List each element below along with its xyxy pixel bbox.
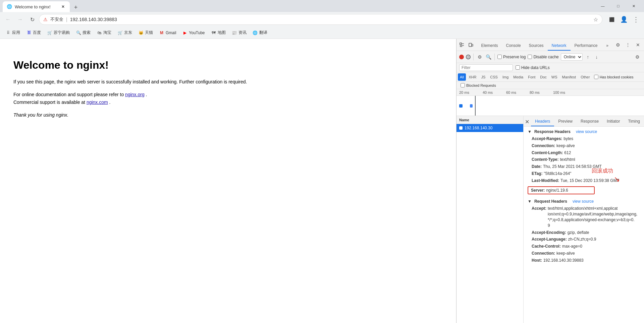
upload-button[interactable]: ↑ bbox=[585, 54, 591, 60]
type-filter-media[interactable]: Media bbox=[511, 73, 525, 81]
para2-end: . bbox=[109, 100, 111, 105]
profile-button[interactable]: 👤 bbox=[619, 14, 629, 25]
response-headers-section: ▼ Response Headers view source Accept-Ra… bbox=[528, 129, 640, 195]
header-name-accept: Accept: bbox=[532, 206, 546, 228]
details-tab-preview[interactable]: Preview bbox=[554, 117, 577, 126]
svg-rect-5 bbox=[472, 44, 473, 46]
throttle-select[interactable]: Online bbox=[561, 53, 583, 61]
has-blocked-cookies-checkbox[interactable] bbox=[594, 75, 598, 79]
bookmark-apps[interactable]: ⠿ 应用 bbox=[3, 28, 23, 38]
request-headers-section: ▼ Request Headers view source Accept: te… bbox=[528, 199, 640, 264]
details-panel: ✕ Headers Preview Response Initiator Tim… bbox=[524, 116, 644, 323]
bookmark-search[interactable]: 🔍 搜索 bbox=[73, 28, 93, 38]
header-row-connection: Connection: keep-alive bbox=[528, 142, 640, 149]
devtools-settings-area: ⚙ ⋮ ✕ bbox=[613, 40, 643, 50]
tab-more[interactable]: » bbox=[602, 41, 612, 51]
type-filter-css[interactable]: CSS bbox=[488, 73, 500, 81]
type-filter-other[interactable]: Other bbox=[579, 73, 592, 81]
type-filter-ws[interactable]: WS bbox=[549, 73, 559, 81]
filter-button[interactable]: ⚙ bbox=[476, 54, 483, 60]
devtools-close-button[interactable]: ✕ bbox=[633, 40, 643, 50]
header-row-server: Server: nginx/1.19.6 bbox=[528, 186, 595, 195]
filter-input[interactable] bbox=[459, 64, 513, 71]
details-tab-headers[interactable]: Headers bbox=[531, 117, 554, 126]
request-view-source-link[interactable]: view source bbox=[573, 199, 594, 204]
bookmark-baidu[interactable]: 百 百度 bbox=[23, 28, 44, 38]
devtools-more-button[interactable]: ⋮ bbox=[623, 40, 633, 50]
close-button[interactable]: ✕ bbox=[626, 1, 641, 11]
tab-console[interactable]: Console bbox=[502, 41, 525, 51]
maximize-button[interactable]: □ bbox=[610, 1, 626, 11]
header-row-accept-language: Accept-Language: zh-CN,zh;q=0.9 bbox=[528, 236, 640, 243]
bookmark-jd[interactable]: 🛒 京东 bbox=[115, 28, 135, 38]
header-row-host: Host: 192.168.140.30:39883 bbox=[528, 257, 640, 264]
network-settings-button[interactable]: ⚙ bbox=[633, 53, 641, 61]
device-toggle-button[interactable] bbox=[467, 40, 475, 50]
preserve-log-label[interactable]: Preserve log bbox=[497, 55, 526, 59]
tab-sources[interactable]: Sources bbox=[525, 41, 548, 51]
details-tab-initiator[interactable]: Initiator bbox=[603, 117, 624, 126]
type-filter-manifest[interactable]: Manifest bbox=[560, 73, 578, 81]
tab-performance[interactable]: Performance bbox=[571, 41, 602, 51]
minimize-button[interactable]: — bbox=[595, 1, 610, 11]
has-blocked-cookies-text: Has blocked cookies bbox=[600, 75, 634, 79]
response-headers-toggle: ▼ bbox=[528, 129, 532, 134]
record-button[interactable] bbox=[459, 55, 464, 59]
new-tab-button[interactable]: + bbox=[71, 3, 80, 12]
details-tab-response[interactable]: Response bbox=[577, 117, 603, 126]
nginx-org-link[interactable]: nginx.org bbox=[125, 92, 145, 97]
hide-data-urls-label[interactable]: Hide data URLs bbox=[516, 65, 550, 70]
tab-network[interactable]: Network bbox=[548, 41, 571, 51]
type-filter-img[interactable]: Img bbox=[500, 73, 511, 81]
screenshare-button[interactable]: ⬛ bbox=[606, 14, 617, 25]
tab-elements[interactable]: Elements bbox=[477, 41, 502, 51]
type-filter-js[interactable]: JS bbox=[479, 73, 487, 81]
download-button[interactable]: ↓ bbox=[593, 54, 600, 60]
bookmark-maps[interactable]: 🗺 地图 bbox=[208, 28, 228, 38]
bookmark-youtube[interactable]: ▶ YouTube bbox=[179, 28, 207, 38]
bookmark-translate[interactable]: 🌐 翻译 bbox=[250, 28, 270, 38]
timeline-label-40: 40 ms bbox=[483, 90, 493, 94]
forward-button[interactable]: → bbox=[15, 14, 25, 25]
header-name-server: Server: bbox=[531, 188, 545, 193]
clear-button[interactable]: ⊘ bbox=[466, 55, 471, 59]
blocked-requests-label[interactable]: Blocked Requests bbox=[461, 83, 496, 87]
bookmark-tmall[interactable]: 🐱 天猫 bbox=[136, 28, 156, 38]
type-filter-doc[interactable]: Doc bbox=[538, 73, 549, 81]
bookmark-suning[interactable]: 🛒 苏宁易购 bbox=[44, 28, 72, 38]
bookmark-star[interactable]: ☆ bbox=[593, 16, 598, 23]
details-close-button[interactable]: ✕ bbox=[524, 117, 531, 126]
active-tab[interactable]: 🌐 Welcome to nginx! ✕ bbox=[3, 1, 70, 12]
type-filter-font[interactable]: Font bbox=[526, 73, 537, 81]
devtools-settings-button[interactable]: ⚙ bbox=[613, 40, 623, 50]
back-button[interactable]: ← bbox=[3, 14, 13, 25]
refresh-button[interactable]: ↻ bbox=[27, 14, 38, 25]
header-value-accept-language: zh-CN,zh;q=0.9 bbox=[568, 237, 596, 242]
disable-cache-checkbox[interactable] bbox=[528, 55, 532, 59]
details-tab-timing[interactable]: Timing bbox=[624, 117, 644, 126]
search-button[interactable]: 🔍 bbox=[485, 54, 492, 60]
bookmark-taobao[interactable]: 🛍 淘宝 bbox=[94, 28, 114, 38]
menu-button[interactable]: ⋮ bbox=[631, 14, 641, 25]
annotation-arrow-icon: ↘ bbox=[614, 175, 620, 184]
disable-cache-label[interactable]: Disable cache bbox=[528, 55, 558, 59]
security-label: 不安全 bbox=[50, 16, 63, 22]
nginx-com-link[interactable]: nginx.com bbox=[87, 100, 108, 105]
header-name-accept-ranges: Accept-Ranges: bbox=[532, 136, 562, 142]
preserve-log-checkbox[interactable] bbox=[497, 55, 502, 59]
request-item-192[interactable]: 192.168.140.30 bbox=[457, 124, 523, 132]
tab-close-button[interactable]: ✕ bbox=[60, 4, 66, 9]
hide-data-urls-checkbox[interactable] bbox=[516, 65, 520, 70]
has-blocked-cookies-label[interactable]: Has blocked cookies bbox=[594, 75, 634, 79]
network-content: Name 192.168.140.30 ✕ Headers Preview Re… bbox=[457, 116, 644, 323]
bookmark-news[interactable]: 📰 资讯 bbox=[229, 28, 249, 38]
type-filter-xhr[interactable]: XHR bbox=[467, 73, 478, 81]
inspect-element-button[interactable] bbox=[458, 40, 466, 50]
bookmark-gmail[interactable]: M Gmail bbox=[156, 28, 179, 38]
type-filter-all[interactable]: All bbox=[458, 73, 466, 81]
request-item-icon bbox=[459, 126, 463, 130]
response-view-source-link[interactable]: view source bbox=[576, 129, 597, 134]
request-item-name: 192.168.140.30 bbox=[465, 126, 492, 130]
address-bar[interactable]: ⚠ 不安全 | 192.168.140.30:39883 ☆ bbox=[39, 14, 602, 25]
blocked-requests-checkbox[interactable] bbox=[461, 83, 465, 87]
